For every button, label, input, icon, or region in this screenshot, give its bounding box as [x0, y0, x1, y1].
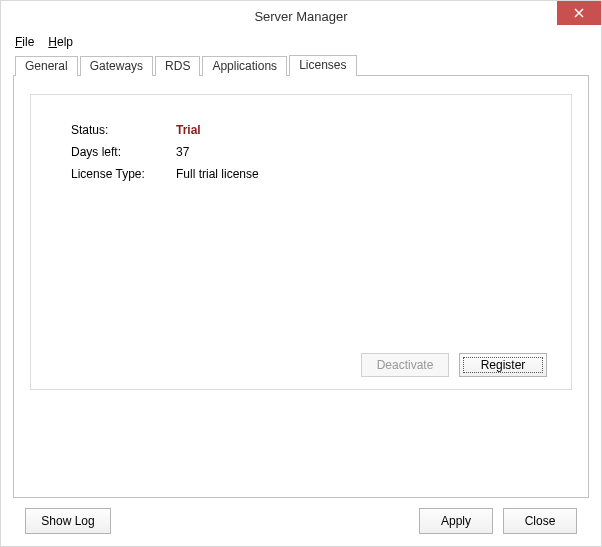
menu-help[interactable]: Help: [48, 35, 73, 49]
window-close-button[interactable]: [557, 1, 601, 25]
tabpage-licenses: Status: Trial Days left: 37 License Type…: [13, 75, 589, 498]
tab-gateways[interactable]: Gateways: [80, 56, 153, 76]
row-days-left: Days left: 37: [71, 145, 547, 167]
menu-file[interactable]: File: [15, 35, 34, 49]
apply-button[interactable]: Apply: [419, 508, 493, 534]
tab-applications[interactable]: Applications: [202, 56, 287, 76]
license-type-value: Full trial license: [176, 167, 259, 181]
tabstrip: General Gateways RDS Applications Licens…: [13, 53, 589, 75]
register-button[interactable]: Register: [459, 353, 547, 377]
close-icon: [574, 8, 584, 18]
close-button[interactable]: Close: [503, 508, 577, 534]
deactivate-button: Deactivate: [361, 353, 449, 377]
license-info-rows: Status: Trial Days left: 37 License Type…: [71, 123, 547, 349]
footer-buttons: Show Log Apply Close: [13, 498, 589, 534]
status-label: Status:: [71, 123, 176, 137]
status-value: Trial: [176, 123, 201, 137]
license-buttons-row: Deactivate Register: [71, 353, 547, 377]
client-area: General Gateways RDS Applications Licens…: [1, 53, 601, 546]
server-manager-window: Server Manager File Help General Gateway…: [0, 0, 602, 547]
license-info-group: Status: Trial Days left: 37 License Type…: [30, 94, 572, 390]
row-status: Status: Trial: [71, 123, 547, 145]
titlebar: Server Manager: [1, 1, 601, 31]
days-left-label: Days left:: [71, 145, 176, 159]
menubar: File Help: [1, 31, 601, 53]
tab-general[interactable]: General: [15, 56, 78, 76]
tab-rds[interactable]: RDS: [155, 56, 200, 76]
window-title: Server Manager: [1, 9, 601, 24]
days-left-value: 37: [176, 145, 189, 159]
license-type-label: License Type:: [71, 167, 176, 181]
show-log-button[interactable]: Show Log: [25, 508, 111, 534]
tab-licenses[interactable]: Licenses: [289, 55, 356, 76]
row-license-type: License Type: Full trial license: [71, 167, 547, 189]
